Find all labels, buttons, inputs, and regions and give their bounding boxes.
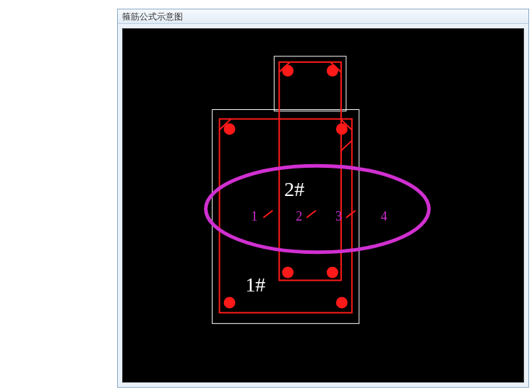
label-point-3: 3 — [335, 209, 342, 223]
diagram-svg: 2# 1# 1 2 3 4 — [123, 29, 523, 382]
section-2-stirrup — [279, 62, 341, 281]
rebar-dot — [336, 297, 348, 308]
diagram-panel: 箍筋公式示意图 — [117, 9, 529, 388]
svg-line-5 — [263, 210, 273, 218]
svg-line-7 — [346, 210, 356, 218]
rebar-dot — [336, 123, 348, 135]
rebar-dot — [282, 267, 293, 278]
label-point-1: 1 — [251, 209, 257, 223]
rebar-dot — [224, 123, 236, 135]
label-section-1: 1# — [245, 274, 265, 297]
svg-line-6 — [306, 210, 316, 218]
rebar-dot — [282, 65, 293, 77]
rebar-dot — [327, 65, 338, 77]
label-section-2: 2# — [284, 178, 304, 200]
highlight-ellipse — [206, 166, 429, 252]
diagram-canvas: 2# 1# 1 2 3 4 — [122, 28, 524, 383]
label-point-4: 4 — [381, 209, 387, 223]
label-point-2: 2 — [296, 209, 302, 223]
rebar-dot — [224, 297, 236, 308]
svg-line-2 — [340, 140, 352, 151]
panel-title: 箍筋公式示意图 — [118, 9, 528, 24]
section-2-outline — [274, 56, 346, 111]
rebar-dot — [327, 267, 338, 278]
section-1-stirrup — [220, 119, 352, 312]
